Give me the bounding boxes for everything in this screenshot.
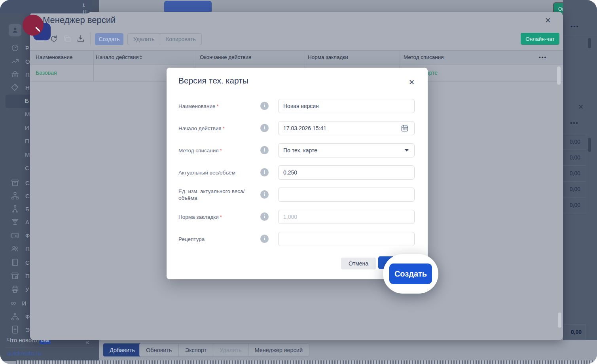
table-cell-value: 0,00: [563, 170, 580, 176]
sidebar-item[interactable]: С: [11, 258, 30, 267]
site-link[interactable]: quickresto.ru: [7, 350, 41, 356]
sidebar-item[interactable]: П: [11, 244, 30, 253]
sidebar-subitem[interactable]: И: [25, 124, 29, 131]
orgchart-icon: [11, 312, 19, 321]
copy-icon[interactable]: [63, 34, 72, 43]
sidebar-item[interactable]: П: [11, 271, 30, 280]
sidebar-item[interactable]: П: [11, 70, 30, 79]
refresh-icon[interactable]: [49, 34, 58, 43]
chevron-down-icon: [405, 149, 409, 152]
toolbar-button-group: Удалить Копировать: [127, 33, 202, 45]
info-icon[interactable]: i: [260, 212, 269, 221]
sidebar-subitem-selected[interactable]: Б: [25, 97, 29, 104]
column-header[interactable]: Окончание действия: [200, 54, 251, 60]
wallet-icon: [11, 231, 19, 240]
info-icon[interactable]: i: [260, 168, 269, 176]
column-header[interactable]: Наименование: [36, 54, 73, 60]
field-label: Рецептура: [178, 236, 249, 243]
copy-button-toolbar[interactable]: Копировать: [160, 33, 201, 45]
add-button[interactable]: Добавить: [103, 343, 141, 356]
sidebar-item[interactable]: Б: [11, 205, 29, 213]
create-button-spotlight[interactable]: Создать: [389, 264, 432, 284]
required-asterisk: *: [217, 103, 219, 109]
app-root: Н Р О П Н Б М И: [0, 0, 597, 364]
sidebar-item[interactable]: ∞ И: [11, 299, 26, 307]
scrollbar-thumb[interactable]: [588, 138, 591, 152]
cancel-button[interactable]: Отмена: [341, 258, 376, 269]
sidebar-item-label: С: [25, 193, 30, 199]
write-off-method-select[interactable]: По тех. карте: [278, 143, 415, 157]
total-cell: 0,00: [565, 324, 586, 339]
column-header[interactable]: Начало действия: [96, 54, 139, 60]
scrollbar-thumb[interactable]: [558, 313, 561, 328]
info-icon[interactable]: i: [260, 190, 269, 199]
info-icon[interactable]: i: [260, 102, 269, 110]
columns-menu-icon[interactable]: •••: [539, 54, 547, 60]
sidebar-subitem[interactable]: М: [25, 151, 30, 158]
info-icon[interactable]: i: [260, 146, 269, 154]
online-chat-button[interactable]: Онлайн-чат: [521, 33, 559, 45]
export-button[interactable]: Экспорт: [178, 343, 213, 356]
tech-card-version-dialog: Версия тех. карты ✕ Наименование* i Нача…: [167, 68, 428, 279]
sidebar-item-label: Э: [25, 326, 30, 333]
field-label: Норма закладки*: [178, 214, 249, 220]
sidebar-avatar[interactable]: [9, 24, 21, 36]
overflow-menu-icon[interactable]: •••: [570, 119, 579, 126]
trending-up-icon: [11, 57, 19, 66]
basket-icon: [11, 70, 19, 79]
column-header[interactable]: Норма закладки: [308, 54, 348, 60]
sidebar-item[interactable]: О: [11, 57, 30, 66]
actual-weight-field[interactable]: [278, 165, 415, 180]
account-subtitle: П: [83, 9, 87, 13]
scrollbar-thumb[interactable]: [557, 66, 561, 85]
background-panel-right: ••• ✕ ••• 0,00 0,00 0,00 0,00 0,00 0,00: [563, 0, 597, 340]
close-icon-dialog[interactable]: ✕: [409, 78, 415, 87]
info-icon[interactable]: i: [260, 235, 269, 243]
sidebar-item-label: О: [25, 58, 30, 65]
logo-circle-shape: [23, 15, 44, 36]
portion-rate-field[interactable]: [278, 210, 415, 224]
sidebar-item[interactable]: С: [11, 191, 30, 200]
refresh-button[interactable]: Обновить: [139, 343, 179, 356]
overflow-menu-icon[interactable]: •••: [570, 23, 579, 30]
recipe-field[interactable]: [278, 232, 415, 246]
sidebar-item-label: С: [25, 259, 30, 266]
sidebar-item[interactable]: У: [11, 285, 29, 294]
infinity-icon: ∞: [11, 299, 16, 307]
weight-unit-field[interactable]: [278, 188, 415, 202]
sidebar-subitem[interactable]: М: [25, 111, 30, 118]
download-icon[interactable]: [76, 34, 85, 43]
info-icon[interactable]: i: [260, 124, 269, 132]
sidebar-item[interactable]: С: [11, 178, 30, 187]
sidebar-item[interactable]: Ф: [11, 312, 30, 321]
field-label: Актуальный вес/объём: [178, 169, 249, 176]
scrollbar-thumb[interactable]: [588, 38, 591, 48]
sidebar-subitem[interactable]: П: [25, 138, 29, 145]
sidebar-item[interactable]: Ф: [11, 231, 30, 240]
clipped-text-strip: [16, 360, 597, 364]
close-icon-window[interactable]: ✕: [545, 16, 551, 25]
sidebar-item[interactable]: Р: [11, 44, 29, 52]
sidebar-subitem[interactable]: С: [25, 165, 29, 172]
column-header[interactable]: Метод списания: [404, 54, 444, 60]
required-asterisk: *: [220, 148, 222, 154]
delete-button[interactable]: Удалить: [213, 343, 248, 356]
name-field[interactable]: [278, 99, 415, 113]
sidebar-item[interactable]: А: [11, 218, 29, 226]
create-button-toolbar[interactable]: Создать: [95, 33, 123, 45]
form-row: Метод списания* i По тех. карте: [178, 143, 416, 157]
version-manager-button[interactable]: Менеджер версий: [248, 343, 310, 356]
sidebar-item[interactable]: Н: [11, 83, 30, 92]
sidebar-item-label: С: [25, 180, 30, 186]
sidebar-item-label: П: [25, 245, 30, 252]
start-date-field[interactable]: [278, 121, 415, 135]
table-row-name[interactable]: Базовая: [36, 70, 57, 76]
form-row: Норма закладки* i: [178, 210, 416, 224]
box-icon: [11, 178, 19, 187]
delete-button-toolbar[interactable]: Удалить: [127, 33, 160, 45]
close-icon-background-panel[interactable]: ✕: [578, 103, 584, 111]
printer-icon: [11, 285, 19, 294]
sort-icon[interactable]: [139, 55, 142, 59]
calendar-icon[interactable]: [401, 124, 409, 132]
sidebar-item[interactable]: Э: [11, 325, 30, 334]
